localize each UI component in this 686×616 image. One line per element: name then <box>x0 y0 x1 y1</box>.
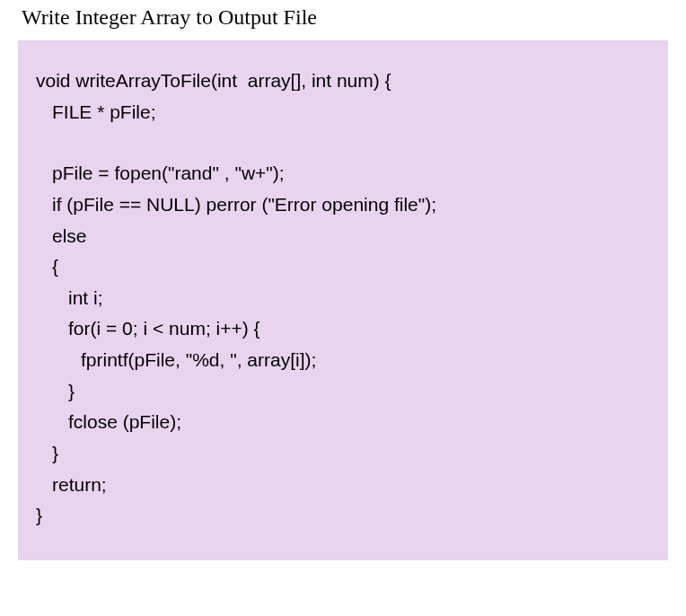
code-line: return; <box>36 470 650 501</box>
code-line: } <box>36 500 650 532</box>
code-line: if (pFile == NULL) perror ("Error openin… <box>36 189 650 221</box>
code-line: for(i = 0; i < num; i++) { <box>36 313 650 345</box>
code-line: { <box>36 251 650 283</box>
code-block: void writeArrayToFile(int array[], int n… <box>18 40 668 560</box>
code-line: void writeArrayToFile(int array[], int n… <box>36 66 650 97</box>
code-line: } <box>36 438 650 470</box>
code-line: pFile = fopen("rand" , "w+"); <box>36 158 650 189</box>
code-line: else <box>36 221 650 252</box>
code-line: fclose (pFile); <box>36 407 650 438</box>
code-line: FILE * pFile; <box>36 97 650 128</box>
code-line: } <box>36 376 650 408</box>
code-line: int i; <box>36 283 650 314</box>
code-line: fprintf(pFile, "%d, ", array[i]); <box>36 345 650 376</box>
slide-title: Write Integer Array to Output File <box>22 5 668 30</box>
blank-line <box>36 128 650 158</box>
